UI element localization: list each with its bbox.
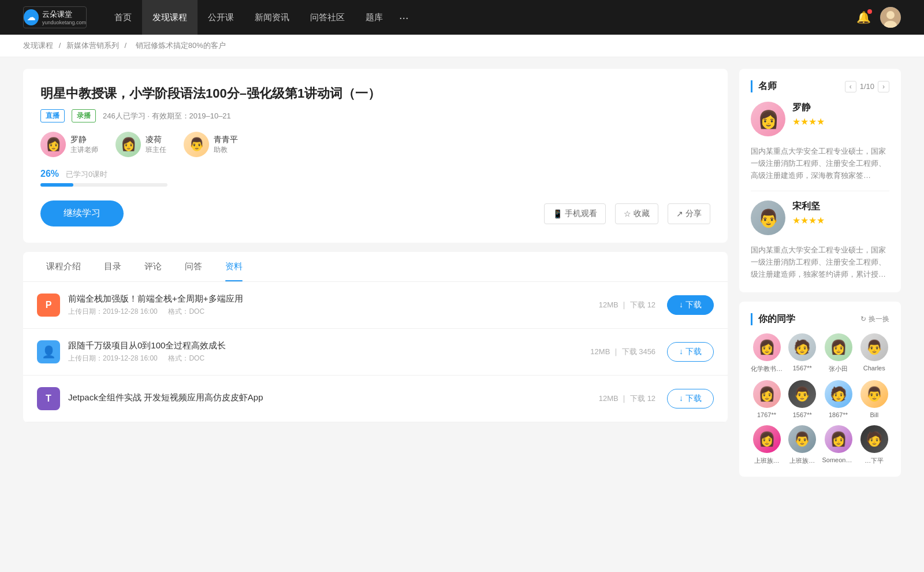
classmate-avatar-8[interactable]: 👩	[753, 425, 781, 453]
teachers-page: 1/10	[860, 82, 874, 91]
classmate-avatar-1[interactable]: 🧑	[788, 333, 816, 361]
file-stats-0: 12MB ｜ 下载 12	[599, 300, 655, 310]
classmate-avatar-9[interactable]: 👨	[788, 425, 816, 453]
right-teacher-1: 👨 宋利坚 ★★★★	[751, 200, 889, 235]
teachers-list: 👩 罗静 主讲老师 👩 凌荷 班主任 👨 青青平	[40, 132, 710, 157]
download-button-1[interactable]: ↓ 下载	[667, 342, 714, 362]
course-card: 明星中教授课，小学阶段语法100分–强化级第1讲动词（一） 直播 录播 246人…	[23, 69, 728, 243]
classmate-4: 👩 1767**	[751, 380, 783, 418]
nav-qa[interactable]: 问答社区	[300, 0, 355, 35]
tabs-nav: 课程介绍 目录 评论 问答 资料	[23, 252, 728, 282]
navbar: ☁ 云朵课堂 yunduoketang.com 首页 发现课程 公开课 新闻资讯…	[0, 0, 924, 35]
tab-materials[interactable]: 资料	[214, 252, 254, 281]
breadcrumb-series[interactable]: 新媒体营销系列	[66, 41, 119, 50]
right-teacher-desc-0: 国内某重点大学安全工程专业硕士，国家一级注册消防工程师、注册安全工程师、高级注册…	[751, 146, 889, 181]
classmates-title: 你的同学	[751, 313, 795, 325]
tabs-section: 课程介绍 目录 评论 问答 资料 P 前端全栈加强版！前端全栈+全周期+多端应用…	[23, 252, 728, 422]
breadcrumb-current: 销冠修炼术搞定80%的客户	[136, 41, 226, 50]
teacher-name-1: 凌荷	[146, 135, 166, 145]
badge-record: 录播	[72, 109, 96, 122]
file-icon-0: P	[37, 294, 60, 317]
classmates-grid: 👩 化学教书… 🧑 1567** 👩 张小田 👨 Charles 👩	[751, 333, 889, 465]
nav-quiz[interactable]: 题库	[355, 0, 393, 35]
classmate-avatar-5[interactable]: 👨	[788, 380, 816, 408]
right-teacher-0: 👩 罗静 ★★★★	[751, 102, 889, 136]
teachers-prev[interactable]: ‹	[845, 81, 856, 92]
nav-home[interactable]: 首页	[104, 0, 142, 35]
progress-label: 26%	[40, 169, 59, 179]
teacher-avatar-1: 👩	[116, 132, 141, 157]
nav-open[interactable]: 公开课	[198, 0, 244, 35]
classmate-6: 🧑 1867**	[822, 380, 855, 418]
tab-qa[interactable]: 问答	[173, 252, 214, 281]
teachers-nav: ‹ 1/10 ›	[845, 81, 889, 92]
classmate-avatar-0[interactable]: 👩	[753, 333, 781, 361]
nav-items: 首页 发现课程 公开课 新闻资讯 问答社区 题库 ···	[104, 0, 856, 35]
action-share-label: 分享	[685, 209, 702, 219]
right-teacher-stars-0: ★★★★	[792, 116, 825, 127]
breadcrumb-discover[interactable]: 发现课程	[23, 41, 53, 50]
file-format-1: 格式：DOC	[168, 354, 204, 362]
action-phone-label: 手机观看	[565, 209, 597, 219]
classmate-0: 👩 化学教书…	[751, 333, 783, 373]
action-phone[interactable]: 📱 手机观看	[544, 203, 606, 224]
classmate-avatar-6[interactable]: 🧑	[825, 380, 852, 408]
tab-intro[interactable]: 课程介绍	[35, 252, 92, 281]
teachers-next[interactable]: ›	[878, 81, 889, 92]
classmate-avatar-10[interactable]: 👩	[825, 425, 852, 453]
classmate-avatar-2[interactable]: 👩	[825, 333, 852, 361]
teacher-info-2: 青青平 助教	[214, 135, 238, 155]
classmate-1: 🧑 1567**	[787, 333, 818, 373]
teacher-role-2: 助教	[214, 145, 238, 155]
bell-icon[interactable]: 🔔	[856, 10, 871, 24]
classmate-10: 👩 Someone…	[822, 425, 855, 465]
refresh-label: 换一换	[869, 314, 889, 324]
breadcrumb: 发现课程 / 新媒体营销系列 / 销冠修炼术搞定80%的客户	[0, 35, 924, 57]
classmate-name-8: 上班族…	[754, 456, 780, 465]
continue-button[interactable]: 继续学习	[40, 200, 124, 226]
teacher-1: 👩 凌荷 班主任	[116, 132, 166, 157]
tab-comment[interactable]: 评论	[133, 252, 173, 281]
teacher-avatar-2: 👨	[184, 132, 209, 157]
action-share[interactable]: ↗ 分享	[668, 203, 710, 224]
left-panel: 明星中教授课，小学阶段语法100分–强化级第1讲动词（一） 直播 录播 246人…	[23, 69, 728, 477]
tab-catalog[interactable]: 目录	[92, 252, 133, 281]
right-teacher-detail-0: 罗静 ★★★★	[792, 102, 825, 127]
file-info-2: Jetpack全组件实战 开发短视频应用高仿皮皮虾App	[68, 392, 599, 406]
right-teacher-detail-1: 宋利坚 ★★★★	[792, 200, 825, 226]
classmate-avatar-11[interactable]: 🧑	[860, 425, 888, 453]
logo[interactable]: ☁ 云朵课堂 yunduoketang.com	[23, 6, 87, 28]
logo-sub: yunduoketang.com	[42, 20, 86, 25]
classmate-name-1: 1567**	[793, 365, 812, 372]
classmate-avatar-4[interactable]: 👩	[753, 380, 781, 408]
refresh-button[interactable]: ↻ 换一换	[860, 314, 889, 324]
file-date-0: 上传日期：2019-12-28 16:00	[68, 307, 158, 315]
course-actions: 继续学习 📱 手机观看 ☆ 收藏 ↗ 分享	[40, 200, 710, 226]
file-name-0: 前端全栈加强版！前端全栈+全周期+多端应用	[68, 294, 599, 304]
classmate-7: 👨 Bill	[859, 380, 890, 418]
nav-discover[interactable]: 发现课程	[142, 0, 198, 35]
action-collect[interactable]: ☆ 收藏	[615, 203, 658, 224]
logo-icon: ☁	[24, 9, 39, 25]
user-avatar[interactable]	[880, 7, 901, 28]
teacher-2: 👨 青青平 助教	[184, 132, 238, 157]
file-item-0: P 前端全栈加强版！前端全栈+全周期+多端应用 上传日期：2019-12-28 …	[23, 282, 728, 329]
teacher-name-0: 罗静	[70, 135, 98, 145]
right-panel: 名师 ‹ 1/10 › 👩 罗静 ★★★★ 国内某重点大学安全工程专业硕士，国家…	[739, 69, 901, 477]
nav-news[interactable]: 新闻资讯	[244, 0, 300, 35]
refresh-icon: ↻	[860, 315, 866, 323]
classmate-avatar-3[interactable]: 👨	[860, 333, 888, 361]
teachers-title: 名师	[751, 80, 777, 92]
nav-right: 🔔	[856, 7, 901, 28]
nav-more[interactable]: ···	[393, 11, 415, 24]
tab-content: P 前端全栈加强版！前端全栈+全周期+多端应用 上传日期：2019-12-28 …	[23, 282, 728, 422]
classmate-name-7: Bill	[870, 411, 878, 418]
download-button-2[interactable]: ↓ 下载	[667, 389, 714, 408]
download-button-0[interactable]: ↓ 下载	[667, 295, 714, 315]
file-item-1: 👤 跟随千万级项目从0到100全过程高效成长 上传日期：2019-12-28 1…	[23, 329, 728, 376]
badge-live: 直播	[40, 109, 65, 122]
progress-bar-fill	[40, 183, 73, 187]
progress-sub: 已学习0课时	[66, 170, 107, 179]
classmate-avatar-7[interactable]: 👨	[860, 380, 888, 408]
star-icon: ☆	[624, 209, 631, 218]
